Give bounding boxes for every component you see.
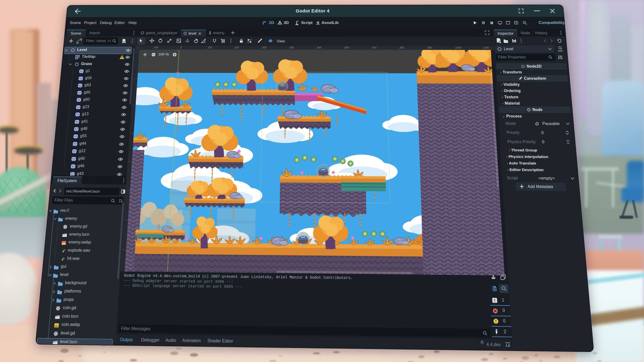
svg-text:DOC: DOC bbox=[558, 50, 563, 52]
